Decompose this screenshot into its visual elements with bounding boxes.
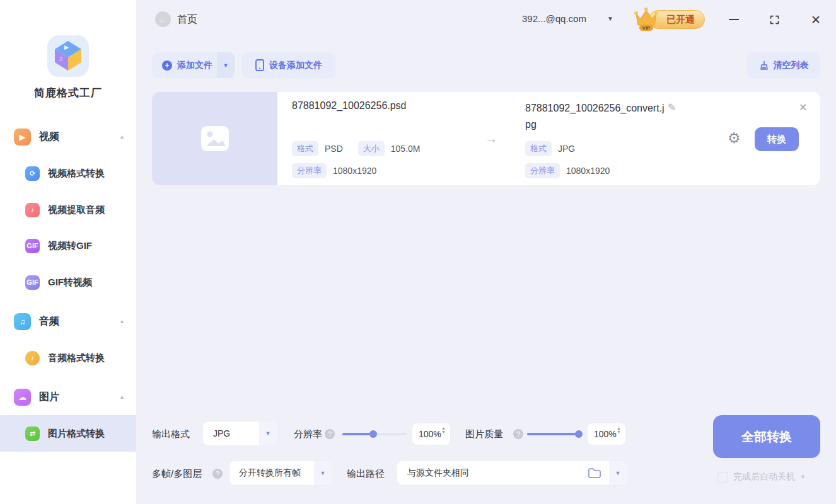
edit-filename-icon[interactable]: ✎ <box>668 101 676 113</box>
close-icon: ✕ <box>811 13 821 27</box>
chevron-up-icon[interactable]: ▲ <box>119 134 125 140</box>
add-from-device-button[interactable]: 设备添加文件 <box>242 52 335 78</box>
quality-slider-thumb[interactable] <box>575 430 583 438</box>
format-badge: 格式 <box>525 141 552 156</box>
sidebar-item-image-convert[interactable]: ⇄ 图片格式转换 <box>0 415 136 452</box>
chevron-up-icon[interactable]: ▲ <box>119 318 125 324</box>
chevron-down-icon[interactable]: ▼ <box>800 474 806 480</box>
output-path-value: 与源文件夹相同 <box>407 467 469 479</box>
size-badge: 大小 <box>358 141 385 156</box>
account-chevron-down-icon[interactable]: ▼ <box>607 15 613 22</box>
sidebar-item-extract-audio[interactable]: ♪ 视频提取音频 <box>0 192 136 228</box>
resolution-spinner[interactable]: 100% ▲▼ <box>412 423 451 445</box>
size-value: 105.0M <box>391 144 421 154</box>
resolution-badge: 分辨率 <box>292 163 327 178</box>
stepper-arrows-icon[interactable]: ▲▼ <box>441 427 446 433</box>
add-file-label: 添加文件 <box>177 60 212 71</box>
resolution-slider[interactable] <box>342 433 407 435</box>
stepper-arrows-icon[interactable]: ▲▼ <box>617 427 621 433</box>
close-button[interactable]: ✕ <box>807 11 825 28</box>
minimize-button[interactable] <box>725 11 743 28</box>
resolution-slider-thumb[interactable] <box>369 430 377 438</box>
maximize-icon <box>769 14 780 25</box>
quality-slider-fill <box>527 433 581 435</box>
chevron-down-icon[interactable]: ▼ <box>609 461 627 485</box>
multiframe-select[interactable]: 分开转换所有帧 ▼ <box>229 461 332 486</box>
phone-icon <box>255 59 264 71</box>
multiframe-label: 多帧/多图层 <box>152 468 202 480</box>
output-path-field[interactable]: 与源文件夹相同 ▼ <box>397 461 627 486</box>
add-file-button[interactable]: + 添加文件 ▼ <box>152 52 235 78</box>
resolution-slider-label: 分辨率 <box>294 428 322 440</box>
clear-list-label: 清空列表 <box>774 60 809 71</box>
convert-all-button[interactable]: 全部转换 <box>713 415 820 458</box>
output-filename: 87881092_10026256_convert.jpg <box>525 100 665 133</box>
shutdown-checkbox-row[interactable]: 完成后自动关机 ▼ <box>717 471 806 483</box>
sidebar: ▶ ♫ 简鹿格式工厂 ▶ 视频 ▲ ⟳ 视频格式转换 ♪ 视频提取音频 GIF … <box>0 0 136 504</box>
chevron-down-icon: ▼ <box>259 421 277 445</box>
image-icon: ☁ <box>14 389 31 406</box>
resolution-value: 1080x1920 <box>566 166 610 176</box>
convert-button[interactable]: 转换 <box>755 127 799 151</box>
sidebar-section-video[interactable]: ▶ 视频 ▲ <box>0 118 136 155</box>
source-meta-row: 格式 PSD 大小 105.0M <box>292 141 421 156</box>
sidebar-section-audio[interactable]: ♫ 音频 ▲ <box>0 303 136 340</box>
sidebar-item-video-convert[interactable]: ⟳ 视频格式转换 <box>0 155 136 192</box>
vip-badge[interactable]: 已开通 VIP <box>632 6 705 33</box>
sidebar-item-audio-convert[interactable]: ♪ 音频格式转换 <box>0 340 136 376</box>
image-placeholder-icon <box>200 125 230 152</box>
crown-icon: VIP <box>632 6 660 33</box>
add-file-dropdown[interactable]: ▼ <box>217 52 235 78</box>
sidebar-item-label: 视频格式转换 <box>48 168 105 180</box>
gif-icon: GIF <box>25 239 40 253</box>
back-button[interactable]: ← <box>155 11 171 27</box>
chevron-up-icon[interactable]: ▲ <box>119 394 125 400</box>
sidebar-section-label: 图片 <box>39 391 59 404</box>
sidebar-item-gif-to-video[interactable]: GIF GIF转视频 <box>0 264 136 301</box>
app-logo-icon: ▶ ♫ <box>47 35 89 77</box>
quality-help-icon[interactable]: ? <box>513 429 523 439</box>
sidebar-item-label: GIF转视频 <box>48 277 92 289</box>
logo-video-glyph: ▶ <box>64 44 69 50</box>
sidebar-section-image[interactable]: ☁ 图片 ▲ <box>0 379 136 415</box>
maximize-button[interactable] <box>765 11 783 28</box>
video-icon: ▶ <box>14 129 31 146</box>
file-thumbnail <box>152 92 277 185</box>
clear-list-button[interactable]: 清空列表 <box>747 52 820 78</box>
quality-value: 100% <box>594 429 617 439</box>
gear-icon[interactable]: ⚙ <box>728 131 741 146</box>
shutdown-checkbox[interactable] <box>717 472 728 483</box>
resolution-help-icon[interactable]: ? <box>325 429 335 439</box>
broom-icon <box>759 60 769 71</box>
source-filename: 87881092_10026256.psd <box>292 100 407 112</box>
resolution-badge: 分辨率 <box>525 163 560 178</box>
vip-tag-text: VIP <box>642 25 651 31</box>
sidebar-item-label: 图片格式转换 <box>48 428 105 440</box>
remove-file-icon[interactable]: ✕ <box>799 101 807 113</box>
sidebar-section-label: 音频 <box>39 315 59 328</box>
quality-slider[interactable] <box>527 433 581 435</box>
file-row: 87881092_10026256.psd 格式 PSD 大小 105.0M 分… <box>152 92 820 185</box>
image-convert-icon: ⇄ <box>25 427 40 441</box>
logo-music-glyph: ♫ <box>59 55 63 62</box>
folder-icon[interactable] <box>588 467 601 479</box>
output-format-select[interactable]: JPG ▼ <box>202 421 277 446</box>
account-email[interactable]: 392...@qq.com <box>522 13 617 24</box>
app-logo-block: ▶ ♫ 简鹿格式工厂 <box>0 35 136 100</box>
resolution-value: 100% <box>419 429 441 439</box>
page-title[interactable]: 首页 <box>177 13 197 26</box>
video-convert-icon: ⟳ <box>25 166 40 181</box>
sidebar-section-label: 视频 <box>39 130 59 144</box>
output-meta-row: 格式 JPG <box>525 141 575 156</box>
multiframe-value: 分开转换所有帧 <box>239 467 301 479</box>
output-path-label: 输出路径 <box>347 468 385 480</box>
multiframe-help-icon[interactable]: ? <box>212 469 223 479</box>
sidebar-item-video-to-gif[interactable]: GIF 视频转GIF <box>0 227 136 264</box>
quality-slider-label: 图片质量 <box>465 428 503 440</box>
format-value: JPG <box>558 144 575 154</box>
add-from-device-label: 设备添加文件 <box>269 60 322 71</box>
format-badge: 格式 <box>292 141 318 156</box>
format-value: PSD <box>325 144 343 154</box>
sidebar-item-label: 视频转GIF <box>48 240 92 252</box>
quality-spinner[interactable]: 100% ▲▼ <box>587 423 626 445</box>
